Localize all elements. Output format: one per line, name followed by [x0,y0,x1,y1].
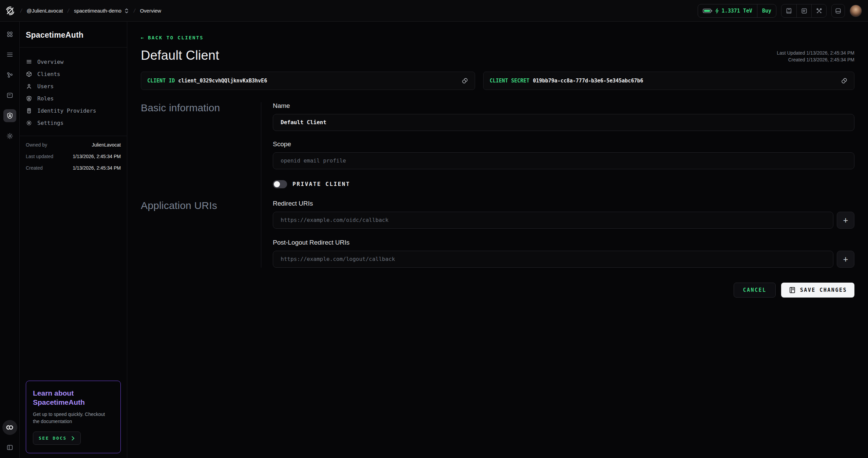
rail-settings-button[interactable] [3,130,16,142]
sidebar-item-label: Overview [37,59,63,65]
sidebar-item-label: Roles [37,95,54,102]
user-avatar[interactable] [850,5,862,17]
user-icon [26,83,33,90]
meta-owned-by: Owned by JulienLavocat [26,142,121,148]
energy-balance-pill: 1.3371 TeV Buy [698,4,776,18]
sidebar: SpacetimeAuth Overview Clients [20,22,127,458]
meta-label: Last updated [26,154,53,159]
last-updated-text: Last Updated 1/13/2026, 2:45:34 PM [777,50,854,56]
sidebar-item-overview[interactable]: Overview [26,56,121,68]
private-client-row: PRIVATE CLIENT [273,180,854,188]
basic-info-heading: Basic information [141,102,251,114]
tools-icon [816,7,823,14]
save-changes-button[interactable]: SAVE CHANGES [781,283,854,298]
sidebar-spacer [20,180,127,375]
panel-toggle-button[interactable] [831,4,845,18]
form-actions: CANCEL SAVE CHANGES [141,283,854,298]
battery-icon [703,8,712,14]
promo-body: Get up to speed quickly. Checkout the do… [33,411,106,425]
breadcrumb-page[interactable]: Overview [140,8,161,14]
sidebar-item-label: Settings [37,120,63,126]
save-changes-label: SAVE CHANGES [800,287,847,293]
client-secret-value: 019bb79a-cc8a-777d-b3e6-5e345abc67b6 [533,78,643,84]
sidebar-meta: Owned by JulienLavocat Last updated 1/13… [20,136,127,180]
post-logout-uri-row: + [273,251,854,268]
rail-apps-button[interactable] [3,28,16,41]
id-card-icon [26,107,33,114]
rows-icon [26,58,33,65]
sidebar-collapse-button[interactable] [3,441,16,454]
breadcrumb-separator: / [133,8,136,14]
redirect-uri-input[interactable] [273,212,833,229]
breadcrumb-org[interactable]: @JulienLavocat [26,8,63,14]
app-title: SpacetimeAuth [26,31,121,40]
rail-nodes-button[interactable] [3,69,16,81]
add-post-logout-uri-button[interactable]: + [837,251,854,268]
bolt-icon [715,8,719,14]
chevron-up-down-icon [124,8,129,14]
redirect-uris-label: Redirect URIs [273,200,854,207]
widget-launcher-button[interactable] [2,420,17,435]
redirect-uri-row: + [273,212,854,229]
breadcrumb-project: spacetimeauth-demo [74,8,121,14]
created-text: Created 1/13/2026, 2:45:34 PM [777,56,854,63]
application-uris-fields: Redirect URIs + Post-Logout Redirect URI… [261,200,854,268]
post-logout-uri-input[interactable] [273,251,833,268]
client-id-label: CLIENT ID [147,78,175,84]
sidebar-item-settings[interactable]: Settings [26,117,121,129]
page-header: Default Client Last Updated 1/13/2026, 2… [141,48,854,63]
see-docs-button[interactable]: SEE DOCS [33,432,81,445]
meta-value: 1/13/2026, 2:45:34 PM [73,165,121,171]
gear-icon [26,119,33,126]
post-logout-uris-label: Post-Logout Redirect URIs [273,239,854,246]
cancel-button[interactable]: CANCEL [734,283,775,298]
sidebar-item-label: Identity Providers [37,108,96,114]
rail-bottom [2,420,17,454]
name-input[interactable] [273,114,854,131]
cube-icon [26,71,33,77]
rows-icon [6,51,14,58]
rail-rows-button[interactable] [3,48,16,61]
icon-rail [0,22,20,458]
sidebar-item-roles[interactable]: Roles [26,92,121,104]
sidebar-item-clients[interactable]: Clients [26,68,121,80]
shield-user-icon [26,95,33,102]
rail-auth-button[interactable] [3,109,16,122]
scope-label: Scope [273,140,854,148]
meta-value: JulienLavocat [92,142,121,148]
spacetime-logo-icon[interactable] [5,5,16,16]
application-uris-heading-cell: Application URIs [141,200,261,268]
private-client-toggle[interactable] [273,180,287,188]
toggle-knob [274,181,280,187]
nodes-graph-icon [6,71,14,79]
sidebar-item-label: Users [37,83,54,90]
sidebar-item-label: Clients [37,71,60,77]
meta-created: Created 1/13/2026, 2:45:34 PM [26,165,121,171]
topbar: / @JulienLavocat / spacetimeauth-demo / … [0,0,868,22]
sidebar-item-identity-providers[interactable]: Identity Providers [26,104,121,117]
copy-client-id-button[interactable] [461,77,469,84]
add-redirect-uri-button[interactable]: + [837,212,854,229]
topbar-icon-group [781,4,827,18]
rail-console-button[interactable] [3,89,16,102]
docs-book-button[interactable] [781,4,796,17]
back-to-clients-link[interactable]: ← BACK TO CLIENTS [141,35,204,40]
modules-button[interactable] [796,4,811,17]
tools-button[interactable] [811,4,826,17]
meta-label: Created [26,165,43,171]
docs-promo-card: Learn about SpacetimeAuth Get up to spee… [26,381,121,453]
breadcrumb-project-selector[interactable]: spacetimeauth-demo [74,8,129,14]
sidebar-item-users[interactable]: Users [26,80,121,92]
energy-balance: 1.3371 TeV [698,8,757,14]
apps-grid-icon [6,31,14,38]
back-to-clients-label: BACK TO CLIENTS [148,35,204,40]
see-docs-label: SEE DOCS [39,436,67,441]
credentials-row: CLIENT ID client_0329cvhQQljknvKxB3hvE6 … [141,72,854,90]
name-label: Name [273,102,854,110]
panel-bottom-icon [835,7,842,14]
scope-input[interactable] [273,152,854,169]
meta-label: Owned by [26,142,47,148]
buy-button[interactable]: Buy [757,4,776,17]
client-secret-box: CLIENT SECRET 019bb79a-cc8a-777d-b3e6-5e… [483,72,854,90]
copy-client-secret-button[interactable] [841,77,848,84]
